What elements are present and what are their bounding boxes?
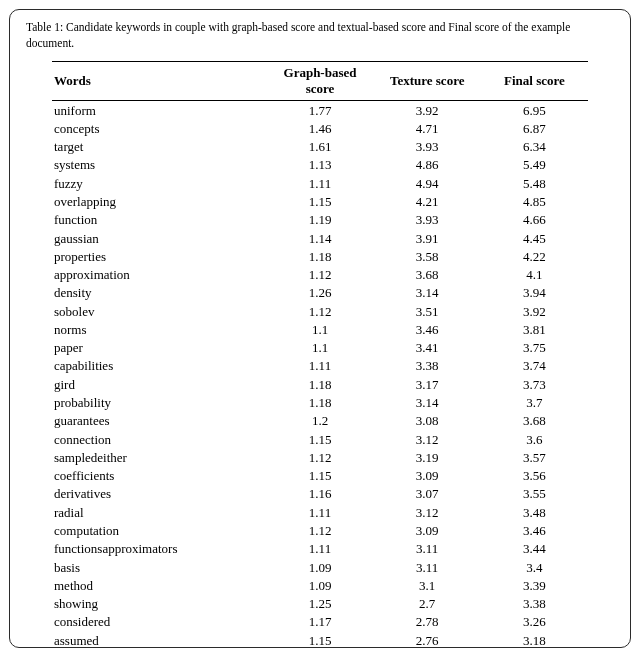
cell-texture: 4.71 [374,119,481,137]
cell-word: properties [52,247,266,265]
cell-texture: 3.58 [374,247,481,265]
cell-word: approximation [52,266,266,284]
cell-final: 3.7 [481,394,588,412]
table-row: function1.193.934.66 [52,211,588,229]
cell-final: 3.38 [481,595,588,613]
cell-texture: 3.14 [374,394,481,412]
cell-texture: 3.17 [374,375,481,393]
cell-texture: 3.93 [374,138,481,156]
cell-final: 6.34 [481,138,588,156]
cell-graph: 1.2 [266,412,373,430]
cell-final: 3.68 [481,412,588,430]
cell-word: functionsapproximators [52,540,266,558]
table-row: fuzzy1.114.945.48 [52,174,588,192]
cell-texture: 3.11 [374,540,481,558]
cell-word: assumed [52,631,266,648]
cell-texture: 3.46 [374,320,481,338]
cell-graph: 1.09 [266,576,373,594]
cell-texture: 3.19 [374,448,481,466]
table-row: method1.093.13.39 [52,576,588,594]
cell-texture: 3.38 [374,357,481,375]
cell-final: 3.81 [481,320,588,338]
col-header-graph: Graph-based score [266,62,373,101]
table-row: norms1.13.463.81 [52,320,588,338]
cell-word: capabilities [52,357,266,375]
cell-graph: 1.18 [266,394,373,412]
cell-texture: 3.1 [374,576,481,594]
cell-graph: 1.12 [266,448,373,466]
table-row: uniform1.773.926.95 [52,101,588,120]
table-body: uniform1.773.926.95concepts1.464.716.87t… [52,101,588,648]
cell-texture: 3.12 [374,430,481,448]
table-row: computation1.123.093.46 [52,522,588,540]
cell-word: probability [52,394,266,412]
table-row: guarantees1.23.083.68 [52,412,588,430]
cell-final: 4.66 [481,211,588,229]
table-row: showing1.252.73.38 [52,595,588,613]
cell-graph: 1.77 [266,101,373,120]
cell-graph: 1.12 [266,266,373,284]
table-wrapper: Words Graph-based score Texture score Fi… [24,61,616,648]
cell-texture: 3.09 [374,522,481,540]
cell-graph: 1.15 [266,430,373,448]
cell-word: sobolev [52,302,266,320]
cell-graph: 1.17 [266,613,373,631]
cell-final: 3.6 [481,430,588,448]
cell-texture: 2.76 [374,631,481,648]
cell-final: 3.75 [481,339,588,357]
cell-graph: 1.26 [266,284,373,302]
cell-word: derivatives [52,485,266,503]
cell-word: fuzzy [52,174,266,192]
cell-word: overlapping [52,192,266,210]
cell-graph: 1.12 [266,522,373,540]
cell-graph: 1.15 [266,467,373,485]
table-row: systems1.134.865.49 [52,156,588,174]
cell-graph: 1.18 [266,247,373,265]
cell-final: 3.57 [481,448,588,466]
table-row: overlapping1.154.214.85 [52,192,588,210]
cell-texture: 3.92 [374,101,481,120]
cell-graph: 1.15 [266,192,373,210]
table-row: paper1.13.413.75 [52,339,588,357]
cell-word: coefficients [52,467,266,485]
table-row: considered1.172.783.26 [52,613,588,631]
cell-graph: 1.11 [266,174,373,192]
table-row: concepts1.464.716.87 [52,119,588,137]
cell-graph: 1.19 [266,211,373,229]
cell-final: 4.1 [481,266,588,284]
cell-graph: 1.13 [266,156,373,174]
cell-texture: 3.93 [374,211,481,229]
table-row: basis1.093.113.4 [52,558,588,576]
cell-word: function [52,211,266,229]
cell-texture: 3.41 [374,339,481,357]
table-row: radial1.113.123.48 [52,503,588,521]
cell-word: paper [52,339,266,357]
cell-texture: 4.86 [374,156,481,174]
cell-final: 4.45 [481,229,588,247]
cell-final: 4.22 [481,247,588,265]
cell-word: guarantees [52,412,266,430]
table-row: density1.263.143.94 [52,284,588,302]
cell-graph: 1.14 [266,229,373,247]
cell-word: connection [52,430,266,448]
cell-graph: 1.18 [266,375,373,393]
table-row: functionsapproximators1.113.113.44 [52,540,588,558]
cell-graph: 1.11 [266,503,373,521]
cell-graph: 1.11 [266,540,373,558]
cell-texture: 2.7 [374,595,481,613]
table-header-row: Words Graph-based score Texture score Fi… [52,62,588,101]
table-row: connection1.153.123.6 [52,430,588,448]
cell-final: 3.48 [481,503,588,521]
cell-graph: 1.12 [266,302,373,320]
cell-final: 3.73 [481,375,588,393]
table-card: Table 1: Candidate keywords in couple wi… [9,9,631,648]
cell-final: 3.18 [481,631,588,648]
col-header-words: Words [52,62,266,101]
table-row: properties1.183.584.22 [52,247,588,265]
cell-texture: 3.12 [374,503,481,521]
cell-final: 5.49 [481,156,588,174]
cell-graph: 1.15 [266,631,373,648]
cell-word: target [52,138,266,156]
cell-graph: 1.16 [266,485,373,503]
cell-word: systems [52,156,266,174]
